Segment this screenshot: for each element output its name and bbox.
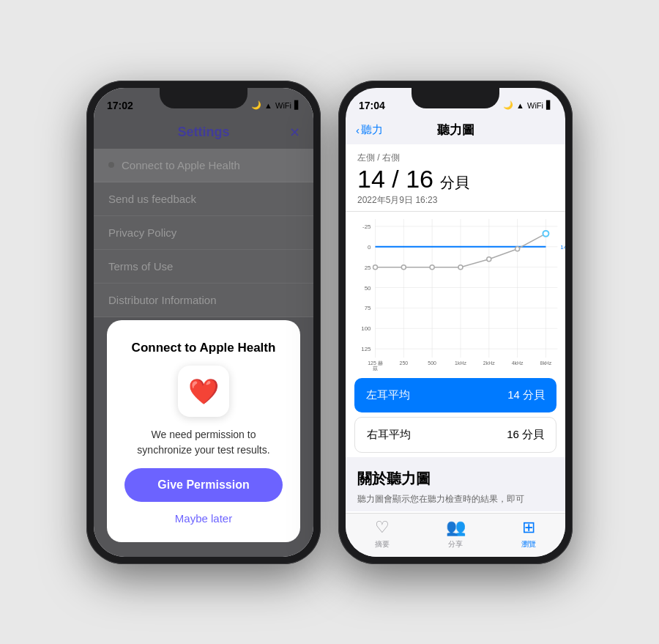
- wifi-icon-1: WiFi: [275, 101, 291, 110]
- svg-point-35: [487, 257, 491, 262]
- svg-text:茲: 茲: [373, 366, 378, 371]
- tab-summary[interactable]: ♡ 摘要: [346, 518, 419, 549]
- modal-description: We need permission to synchronize your t…: [124, 427, 283, 458]
- tab-share[interactable]: 👥 分享: [419, 518, 492, 549]
- svg-point-31: [373, 265, 378, 270]
- nav-back-label: 聽力: [361, 123, 383, 137]
- maybe-later-link[interactable]: Maybe later: [175, 512, 232, 525]
- moon-icon-2: 🌙: [503, 100, 513, 110]
- svg-text:125 赫: 125 赫: [368, 360, 383, 366]
- score-value: 14 / 16: [357, 165, 433, 193]
- heart-icon-container: ❤️: [178, 366, 229, 417]
- svg-point-36: [515, 247, 520, 251]
- svg-text:8kHz: 8kHz: [540, 360, 552, 366]
- moon-icon-1: 🌙: [251, 100, 261, 110]
- right-ear-value: 16 分貝: [507, 428, 544, 442]
- notch-1: [160, 88, 247, 108]
- svg-text:75: 75: [365, 305, 371, 311]
- svg-text:25: 25: [365, 264, 371, 271]
- date-label: 2022年5月9日 16:23: [357, 194, 554, 207]
- svg-text:1kHz: 1kHz: [455, 360, 466, 366]
- audiogram-chart: -25 0 25 50 75 100 125 14 125 赫 茲: [346, 211, 565, 372]
- ear-label: 左側 / 右側: [357, 152, 554, 164]
- about-section: 關於聽力圖 聽力圖會顯示您在聽力檢查時的結果，即可: [346, 457, 565, 511]
- give-permission-button[interactable]: Give Permission: [124, 468, 283, 502]
- wifi-icon-2: WiFi: [527, 101, 543, 110]
- right-ear-row[interactable]: 右耳平均 16 分貝: [354, 417, 556, 453]
- modal-overlay: Connect to Apple Health ❤️ We need permi…: [94, 88, 313, 557]
- status-time-1: 17:02: [107, 100, 133, 111]
- svg-text:0: 0: [368, 244, 371, 251]
- audiogram-header: 左側 / 右側 14 / 16 分貝 2022年5月9日 16:23: [346, 144, 565, 211]
- right-ear-label: 右耳平均: [367, 428, 411, 442]
- nav-title: 聽力圖: [437, 122, 474, 138]
- battery-icon-1: ▋: [294, 100, 300, 110]
- browse-label: 瀏覽: [521, 539, 536, 549]
- about-title: 關於聽力圖: [357, 469, 554, 489]
- chart-svg: -25 0 25 50 75 100 125 14 125 赫 茲: [346, 212, 565, 372]
- share-label: 分享: [448, 539, 463, 549]
- phone-2: 17:04 🌙 ▲ WiFi ▋ ‹ 聽力 聽力圖: [338, 81, 573, 564]
- modal-title: Connect to Apple Health: [132, 341, 276, 355]
- signal-icon-2: ▲: [516, 101, 524, 110]
- tab-bar: ♡ 摘要 👥 分享 ⊞ 瀏覽: [346, 513, 565, 557]
- share-icon: 👥: [446, 518, 466, 537]
- left-ear-value: 14 分貝: [507, 388, 545, 402]
- svg-text:500: 500: [428, 360, 436, 366]
- audiogram-content: 左側 / 右側 14 / 16 分貝 2022年5月9日 16:23: [346, 144, 565, 513]
- svg-point-33: [430, 265, 434, 270]
- chevron-left-icon: ‹: [356, 124, 360, 136]
- status-icons-1: 🌙 ▲ WiFi ▋: [251, 100, 300, 110]
- battery-icon-2: ▋: [546, 100, 552, 110]
- svg-text:-25: -25: [362, 223, 371, 230]
- summary-icon: ♡: [375, 518, 390, 537]
- tab-browse[interactable]: ⊞ 瀏覽: [492, 518, 565, 549]
- browse-icon: ⊞: [522, 518, 535, 537]
- nav-back-button[interactable]: ‹ 聽力: [356, 123, 383, 137]
- svg-text:250: 250: [400, 360, 409, 366]
- about-text: 聽力圖會顯示您在聽力檢查時的結果，即可: [357, 493, 554, 506]
- svg-text:50: 50: [365, 284, 371, 291]
- nav-bar: ‹ 聽力 聽力圖: [346, 117, 565, 144]
- svg-text:2kHz: 2kHz: [483, 360, 495, 366]
- summary-label: 摘要: [375, 539, 390, 549]
- svg-text:100: 100: [361, 325, 371, 332]
- left-ear-row[interactable]: 左耳平均 14 分貝: [354, 378, 556, 412]
- score-unit: 分貝: [440, 174, 469, 190]
- modal-card: Connect to Apple Health ❤️ We need permi…: [107, 320, 300, 542]
- status-time-2: 17:04: [359, 100, 385, 111]
- left-ear-label: 左耳平均: [366, 388, 410, 402]
- score-display: 14 / 16 分貝: [357, 166, 554, 193]
- heart-icon: ❤️: [188, 377, 219, 406]
- status-icons-2: 🌙 ▲ WiFi ▋: [503, 100, 552, 110]
- svg-point-37: [543, 231, 548, 237]
- score-rows: 左耳平均 14 分貝 右耳平均 16 分貝: [346, 378, 565, 457]
- signal-icon-1: ▲: [264, 101, 272, 110]
- svg-text:125: 125: [361, 346, 371, 352]
- phone-1: 17:02 🌙 ▲ WiFi ▋ Settings ✕: [86, 81, 321, 564]
- notch-2: [412, 88, 499, 108]
- svg-text:14: 14: [560, 244, 565, 251]
- svg-text:4kHz: 4kHz: [512, 360, 524, 366]
- svg-point-34: [458, 265, 463, 270]
- svg-point-32: [401, 265, 406, 270]
